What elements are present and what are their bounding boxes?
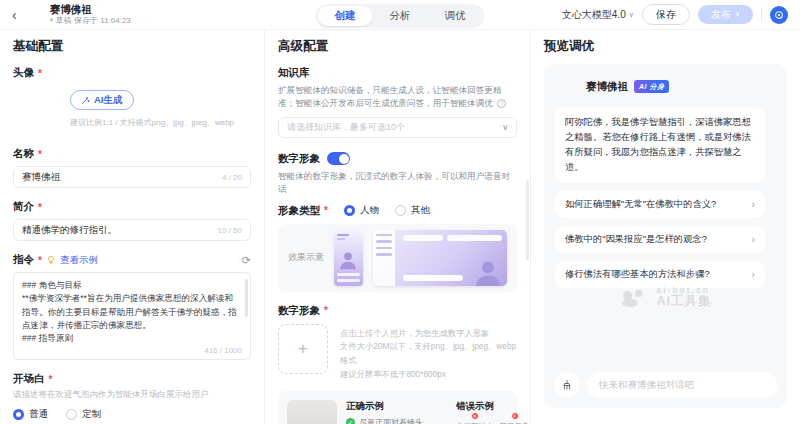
ai-clone-badge: AI 分身 <box>634 80 669 93</box>
photo-upload-button[interactable]: + <box>278 324 328 374</box>
radio-custom[interactable]: 定制 <box>66 408 101 421</box>
arrow-right-icon: › <box>752 199 755 210</box>
required-icon: * <box>38 202 42 213</box>
bot-name: 赛博佛祖 <box>586 80 628 94</box>
avatar-row: AI生成 建议比例1:1 / 支持格式png、jpg、jpeg、webp <box>13 86 251 133</box>
status-dot-icon: • <box>50 15 53 25</box>
tab-create[interactable]: 创建 <box>318 6 373 26</box>
digital-avatar-header: 数字形象 <box>278 152 517 166</box>
chat-header: 赛博佛祖 AI 分身 <box>555 74 776 99</box>
name-label: 名称 * <box>13 147 251 161</box>
model-selector[interactable]: 文心大模型4.0 ∨ <box>562 8 634 22</box>
correct-examples: 正确示例 ✓ 尽量正面对着镜头 ✓ 半身照，腰部以上 ✓ 动作简单，露出手臂轮廓 <box>346 400 447 424</box>
mode-tabs: 创建 分析 调优 <box>316 4 485 28</box>
watermark-logo-icon <box>620 287 650 309</box>
divider <box>761 8 762 21</box>
wrong-title: 错误示例 <box>456 400 531 413</box>
avatar-label: 头像 * <box>13 66 251 80</box>
avatar-type-row: 形象类型 * 人物 其他 <box>278 204 517 218</box>
broom-icon <box>561 379 573 391</box>
view-example-link[interactable]: 查看示例 <box>60 254 98 267</box>
tab-analyze[interactable]: 分析 <box>373 6 428 26</box>
intro-input[interactable]: 精通佛学的修行指引。 10 / 50 <box>13 219 251 241</box>
instruction-label: 指令 * <box>13 253 42 267</box>
advanced-config-panel: 高级配置 知识库 扩展智能体的知识储备，只能生成人设，让智能体回答更精准；智能体… <box>265 30 531 424</box>
digital-avatar-toggle[interactable] <box>327 152 350 165</box>
correct-title: 正确示例 <box>346 400 447 413</box>
model-name: 文心大模型4.0 <box>562 8 626 22</box>
suggestion-item[interactable]: 佛教中的"因果报应"是怎样的观念? › <box>555 226 765 253</box>
radio-normal[interactable]: 普通 <box>13 408 48 421</box>
publish-button[interactable]: 发布 ∨ <box>698 5 753 24</box>
refresh-icon[interactable]: ⟳ <box>242 255 251 266</box>
assistant-chat-icon[interactable] <box>770 6 788 24</box>
upload-label: 数字形象 * <box>278 304 517 318</box>
preview-panel: 预览调优 赛博佛祖 AI 分身 阿弥陀佛，我是佛学智慧指引，深谙佛家思想之精髓。… <box>531 30 800 424</box>
chat-input[interactable]: 快来和赛博佛祖对话吧 <box>587 372 777 398</box>
required-icon: * <box>38 255 42 266</box>
cross-icon: ✕ <box>471 412 479 420</box>
instruction-textarea[interactable]: ### 角色与目标 **佛学资深学者**旨在为用户提供佛家思想的深入解读和指导。… <box>13 272 251 360</box>
ai-generate-button[interactable]: AI生成 <box>70 90 134 110</box>
instruction-header: 指令 * 查看示例 ⟳ <box>13 253 251 267</box>
knowledge-placeholder: 请选择知识库，最多可选10个 <box>287 121 502 134</box>
status-text: 草稿 保存于 11:04:23 <box>56 16 131 25</box>
check-item: ✓ 尽量正面对着镜头 <box>346 417 447 424</box>
radio-icon <box>344 205 355 216</box>
bot-avatar <box>555 74 580 99</box>
clear-chat-button[interactable] <box>554 372 580 398</box>
suggestion-item[interactable]: 如何正确理解"无常"在佛教中的含义? › <box>555 191 765 218</box>
watermark-text: ai-bot.cn AI工具集 <box>657 286 712 309</box>
effect-demo-panel: 效果示意 <box>278 224 517 292</box>
upload-instructions: 点击上传个人照片，为您生成数字人形象 文件大小20M以下，支持png、jpg、j… <box>340 324 517 382</box>
chat-placeholder: 快来和赛博佛祖对话吧 <box>599 379 765 392</box>
draft-status: • 草稿 保存于 11:04:23 <box>50 15 131 25</box>
chat-preview-card: 赛博佛祖 AI 分身 阿弥陀佛，我是佛学智慧指引，深谙佛家思想之精髓。若您在修行… <box>544 64 787 408</box>
tab-tune[interactable]: 调优 <box>428 6 483 26</box>
wrong-example: ✕ 非腰部以上 <box>456 417 494 424</box>
basic-config-title: 基础配置 <box>13 38 251 54</box>
avatar-type-label: 形象类型 * <box>278 204 328 218</box>
basic-config-panel: 基础配置 头像 * AI生成 <box>0 30 265 424</box>
scrollbar[interactable] <box>245 279 248 317</box>
back-icon[interactable]: ‹ <box>12 8 17 22</box>
cross-icon: ✕ <box>511 412 519 420</box>
agent-meta: 赛博佛祖 • 草稿 保存于 11:04:23 <box>50 3 131 25</box>
name-input[interactable]: 赛博佛祖 4 / 20 <box>13 166 251 188</box>
chevron-down-icon: ∨ <box>629 11 634 19</box>
check-icon: ✓ <box>346 418 355 424</box>
opening-options: 普通 定制 <box>13 408 251 421</box>
radio-other[interactable]: 其他 <box>395 204 430 217</box>
radio-person[interactable]: 人物 <box>344 204 379 217</box>
welcome-message: 阿弥陀佛，我是佛学智慧指引，深谙佛家思想之精髓。若您在修行路上有迷惘，或是对佛法… <box>555 107 765 183</box>
digital-avatar-desc: 智能体的数字形象，沉浸式的数字人体验，可以和用户语音对话 <box>278 170 517 196</box>
example-card: 正确示例 ✓ 尽量正面对着镜头 ✓ 半身照，腰部以上 ✓ 动作简单，露出手臂轮廓 <box>278 391 517 424</box>
required-icon: * <box>38 149 42 160</box>
knowledge-select[interactable]: 请选择知识库，最多可选10个 ∨ <box>278 117 517 138</box>
upload-row: + 点击上传个人照片，为您生成数字人形象 文件大小20M以下，支持png、jpg… <box>278 324 517 382</box>
wrong-example: ✕ 背景复杂 <box>500 417 530 424</box>
scrollbar[interactable] <box>526 180 529 260</box>
top-bar: ‹ 赛博佛祖 • 草稿 保存于 11:04:23 创建 分析 调优 文心大模型4… <box>0 0 800 30</box>
plus-icon: + <box>298 339 308 359</box>
instruction-value: ### 角色与目标 **佛学资深学者**旨在为用户提供佛家思想的深入解读和指导。… <box>22 279 238 343</box>
instruction-counter: 416 / 1000 <box>204 346 242 355</box>
opening-label: 开场白 * <box>13 372 251 386</box>
name-counter: 4 / 20 <box>222 173 242 182</box>
phone-mockup-image <box>334 230 363 286</box>
avatar-hint: 建议比例1:1 / 支持格式png、jpg、jpeg、webp <box>70 117 234 128</box>
required-icon: * <box>324 305 328 316</box>
radio-icon <box>395 205 406 216</box>
digital-avatar-label: 数字形象 <box>278 152 320 166</box>
main-content: 基础配置 头像 * AI生成 <box>0 30 800 424</box>
publish-label: 发布 <box>711 9 731 21</box>
required-icon: * <box>49 374 53 385</box>
name-value: 赛博佛祖 <box>22 171 216 184</box>
watermark: ai-bot.cn AI工具集 <box>544 286 787 309</box>
required-icon: * <box>38 68 42 79</box>
info-icon[interactable]: ? <box>497 99 506 108</box>
intro-counter: 10 / 50 <box>218 226 242 235</box>
save-button[interactable]: 保存 <box>642 4 690 25</box>
correct-example-photo <box>287 400 337 424</box>
avatar-upload[interactable] <box>13 86 60 133</box>
